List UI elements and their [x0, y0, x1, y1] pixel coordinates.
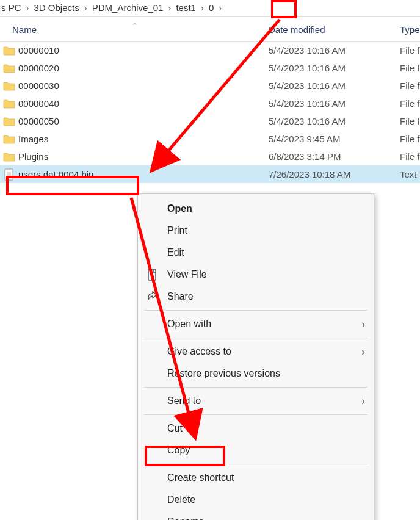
menu-createshortcut[interactable]: Create shortcut [138, 467, 374, 489]
list-item[interactable]: Plugins6/8/2023 3:14 PMFile f [0, 148, 420, 165]
list-item[interactable]: 000000105/4/2023 10:16 AMFile f [0, 42, 420, 59]
chevron-right-icon: › [361, 395, 365, 408]
file-date: 5/4/2023 10:16 AM [269, 63, 400, 73]
menu-delete[interactable]: Delete [138, 489, 374, 511]
chevron-right-icon: › [167, 2, 172, 13]
menu-sendto[interactable]: Send to › [138, 390, 374, 412]
breadcrumb[interactable]: s PC › 3D Objects › PDM_Archive_01 › tes… [0, 0, 420, 16]
file-name: Plugins [18, 151, 269, 162]
file-name: 00000020 [18, 63, 269, 73]
file-date: 5/4/2023 10:16 AM [269, 98, 400, 109]
list-item[interactable]: Images5/4/2023 9:45 AMFile f [0, 130, 420, 148]
file-list: 000000105/4/2023 10:16 AMFile f000000205… [0, 42, 420, 183]
menu-edit[interactable]: Edit [138, 242, 374, 264]
crumb-4[interactable]: 0 [208, 2, 215, 13]
menu-cut[interactable]: Cut [138, 417, 374, 439]
file-name: 00000010 [18, 45, 269, 56]
menu-openwith[interactable]: Open with › [138, 313, 374, 335]
share-icon [145, 291, 160, 302]
file-type: File f [400, 116, 420, 126]
crumb-1[interactable]: 3D Objects [33, 2, 81, 13]
file-date: 6/8/2023 3:14 PM [269, 151, 400, 162]
document-icon [145, 269, 160, 281]
file-date: 7/26/2023 10:18 AM [269, 169, 400, 179]
menu-copy[interactable]: Copy [138, 439, 374, 461]
menu-print[interactable]: Print [138, 220, 374, 242]
sort-indicator-icon: ⌃ [0, 22, 269, 30]
chevron-right-icon: › [361, 345, 365, 358]
file-name: 00000050 [18, 116, 269, 126]
chevron-right-icon: › [83, 2, 89, 13]
folder-icon [0, 152, 18, 162]
folder-icon [0, 99, 18, 109]
file-date: 5/4/2023 10:16 AM [269, 116, 400, 126]
file-type: File f [400, 98, 420, 109]
chevron-right-icon: › [217, 2, 223, 13]
file-date: 5/4/2023 10:16 AM [269, 81, 400, 91]
svg-rect-4 [148, 269, 156, 280]
list-item[interactable]: users.dat.0004.bin7/26/2023 10:18 AMText [0, 165, 420, 183]
menu-open[interactable]: Open [138, 198, 374, 220]
file-type: File f [400, 45, 420, 56]
crumb-2[interactable]: PDM_Archive_01 [91, 2, 165, 13]
file-type: File f [400, 134, 420, 144]
context-menu: Open Print Edit View File Share Open wit… [137, 193, 374, 520]
file-date: 5/4/2023 9:45 AM [269, 134, 400, 144]
file-type: Text [400, 169, 420, 179]
folder-icon [0, 46, 18, 56]
crumb-3[interactable]: test1 [175, 2, 197, 13]
file-name: Images [18, 134, 269, 144]
chevron-right-icon: › [361, 318, 365, 331]
file-type: File f [400, 81, 420, 91]
file-type: File f [400, 63, 420, 73]
list-item[interactable]: 000000405/4/2023 10:16 AMFile f [0, 95, 420, 112]
folder-icon [0, 134, 18, 144]
menu-giveaccess[interactable]: Give access to › [138, 341, 374, 363]
file-name: 00000040 [18, 98, 269, 109]
list-item[interactable]: 000000305/4/2023 10:16 AMFile f [0, 77, 420, 95]
file-name: users.dat.0004.bin [18, 169, 269, 179]
file-name: 00000030 [18, 81, 269, 91]
folder-icon [0, 81, 18, 91]
file-date: 5/4/2023 10:16 AM [269, 45, 400, 56]
menu-restore[interactable]: Restore previous versions [138, 363, 374, 385]
list-item[interactable]: 000000505/4/2023 10:16 AMFile f [0, 112, 420, 130]
menu-share[interactable]: Share [138, 286, 374, 308]
folder-icon [0, 117, 18, 126]
folder-icon [0, 63, 18, 73]
chevron-right-icon: › [25, 2, 31, 13]
menu-rename[interactable]: Rename [138, 511, 374, 520]
svg-rect-0 [5, 169, 13, 180]
crumb-0[interactable]: s PC [0, 2, 23, 13]
header-type[interactable]: Type [400, 24, 420, 35]
menu-viewfile[interactable]: View File [138, 264, 374, 286]
list-item[interactable]: 000000205/4/2023 10:16 AMFile f [0, 59, 420, 77]
chevron-right-icon: › [200, 2, 205, 13]
header-date[interactable]: Date modified [269, 24, 400, 35]
file-type: File f [400, 151, 420, 162]
file-icon [0, 168, 18, 181]
